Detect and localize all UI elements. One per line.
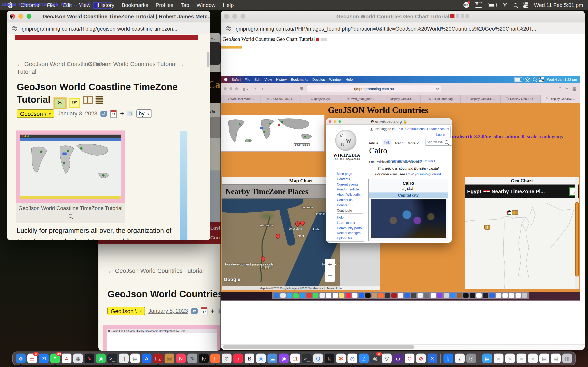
sidebar-link[interactable]: About Wikipedia — [337, 193, 361, 197]
filezilla[interactable]: Fz — [153, 354, 163, 363]
post-screenshot-thumbnail[interactable]: Safari File Edit View History Bookmarks … — [103, 325, 220, 351]
sidebar-link[interactable]: Main page — [337, 172, 361, 176]
category-select[interactable]: GeoJson \∨ — [107, 307, 145, 315]
plus-icon[interactable]: + — [211, 307, 215, 315]
wikipedia-search-input[interactable]: Search Wik — [425, 139, 452, 146]
cat-app[interactable]: ω — [393, 354, 403, 363]
window1-urlbar[interactable]: rjmprogramming.com.au/ITblog/geojson-wor… — [7, 22, 210, 35]
safari[interactable]: ◎ — [256, 354, 266, 363]
camera-app[interactable]: ◉ 2 — [370, 354, 380, 363]
category-select[interactable]: GeoJson \∨ — [17, 109, 54, 118]
minimized-window[interactable]: ≡ — [528, 354, 538, 363]
podcasts[interactable]: ◉ — [279, 354, 289, 363]
downloads-folder[interactable]: ▤ — [482, 354, 492, 363]
shuffle-icon[interactable]: ⇄ — [191, 308, 198, 314]
quicktime[interactable]: Q — [313, 354, 323, 363]
zoom-button[interactable] — [26, 14, 31, 19]
weather[interactable]: ☁ — [268, 354, 277, 363]
chrome-window-coastline-blog[interactable]: GeoJson World Coastline TimeZone Tutoria… — [7, 11, 210, 240]
login-link[interactable]: Log in — [436, 133, 445, 137]
minimized-window[interactable]: ≡ — [505, 354, 515, 363]
control-center-icon[interactable] — [523, 2, 528, 8]
folder[interactable]: ▣ — [164, 354, 174, 363]
mail[interactable]: ✉ — [39, 354, 49, 363]
prev-post-link[interactable]: ← GeoJson World Countries Tutorial — [107, 267, 204, 274]
sidebar-link[interactable]: Random article — [337, 188, 361, 192]
bluetooth[interactable]: ᛒ — [443, 354, 453, 363]
sidebar-link[interactable]: Contact us — [337, 198, 361, 202]
sidebar-link[interactable]: Learn to edit — [337, 221, 362, 225]
sidebar-link[interactable]: Upload file — [337, 236, 362, 240]
doc-icon[interactable]: ▤ — [218, 308, 221, 314]
bbedit[interactable]: B — [245, 354, 254, 363]
next-post-link[interactable]: GeoJson World Countries Tutorial → — [88, 60, 184, 68]
post-date-link[interactable]: January 3, 2023 — [58, 110, 97, 117]
intellij[interactable]: IJ — [325, 354, 334, 363]
wifi-icon[interactable] — [502, 3, 508, 7]
inner-scrollbar[interactable] — [575, 178, 578, 289]
open-book-icon[interactable] — [83, 96, 93, 104]
geo-chart-map[interactable]: ⌂ — [465, 198, 579, 289]
scissors-runners-icon[interactable]: ✂ — [53, 97, 66, 109]
inkscape[interactable]: ▽ — [382, 354, 392, 363]
wiki-vertical-scrollbar[interactable] — [450, 126, 451, 138]
zoom-in-button[interactable]: + — [328, 261, 332, 269]
zoom-image-icon[interactable] — [69, 214, 72, 218]
terminal[interactable]: >_ — [107, 354, 117, 363]
tutorial-screenshot-image[interactable] — [16, 131, 125, 203]
sidebar-link[interactable]: Donate — [337, 203, 361, 207]
flag-marker-icon[interactable] — [507, 210, 512, 215]
sidebar-link[interactable]: Recent changes — [337, 231, 362, 235]
calendar[interactable]: 4 — [62, 354, 71, 363]
sidebar-link[interactable]: Contents — [337, 177, 361, 181]
tab-more[interactable]: More ∨ — [407, 141, 419, 145]
tab-read[interactable]: Read — [395, 141, 404, 145]
terminal-2[interactable]: >_ — [302, 354, 311, 363]
tab-article[interactable]: Article — [369, 141, 378, 145]
pointing-hand-icon[interactable]: ☞ — [69, 98, 80, 108]
book-marker-icon[interactable] — [484, 225, 490, 230]
coordinates-link[interactable]: Coordinates: 30°2′40″N 31°14′9″E — [387, 159, 436, 163]
dock-icon[interactable] — [440, 354, 441, 363]
plus-icon[interactable]: + — [120, 110, 124, 117]
firefox[interactable]: F — [210, 354, 220, 363]
app-store[interactable]: A — [142, 354, 151, 363]
textedit[interactable]: ▤ — [130, 354, 140, 363]
music[interactable]: ♪ — [233, 354, 243, 363]
film-strip-icon[interactable] — [95, 96, 103, 104]
phone-mirroring[interactable]: ▯ — [119, 354, 129, 363]
minimize-button[interactable] — [18, 14, 23, 19]
chrome[interactable]: ◎ — [347, 354, 357, 363]
map-zoom-control[interactable]: + − — [325, 259, 335, 282]
slash-doc[interactable]: / — [455, 354, 465, 363]
terms-link[interactable]: Terms of Use — [327, 287, 342, 290]
wiki-horizontal-scrollbar[interactable] — [326, 241, 364, 242]
scrollbar-thumb[interactable] — [223, 345, 415, 349]
blocked-app[interactable]: ⊘ — [416, 354, 426, 363]
zoom-out-button[interactable]: − — [328, 272, 332, 280]
dock-icon[interactable] — [479, 354, 479, 363]
document-thumb[interactable]: ▤ — [551, 354, 561, 363]
finder[interactable]: ☺ — [16, 354, 26, 363]
url-text[interactable]: rjmprogramming.com.au/ITblog/geojson-wor… — [22, 25, 177, 32]
house-marker-icon[interactable]: ⌂ — [470, 250, 474, 255]
by-select[interactable]: by∨ — [136, 109, 152, 118]
menubar-clock[interactable]: Wed 11 Feb 5:01 pm — [534, 2, 583, 8]
window2-horizontal-scrollbar[interactable] — [221, 344, 585, 350]
gimp[interactable]: ✎ — [187, 354, 197, 363]
book-marker-icon[interactable] — [512, 210, 518, 215]
sidebar-link[interactable]: Community portal — [337, 226, 362, 230]
battery-icon[interactable] — [488, 3, 497, 7]
url-text[interactable]: rjmprogramming.com.au/PHP/images_found.p… — [236, 25, 536, 32]
launchpad[interactable]: ▦ — [73, 354, 83, 363]
spotlight-icon[interactable] — [514, 3, 517, 7]
window1-titlebar[interactable]: GeoJson World Coastline TimeZone Tutoria… — [7, 11, 210, 22]
doc-icon[interactable]: ▤ — [127, 111, 133, 116]
disambiguation-link[interactable]: Cairo (disambiguation) — [406, 172, 441, 176]
art-app[interactable]: ✱ — [336, 354, 346, 363]
status-app-icon[interactable] — [463, 2, 469, 8]
post-date-link[interactable]: January 5, 2023 — [148, 308, 188, 314]
calendar-today[interactable]: 11 — [290, 354, 300, 363]
inner-scrollbar-thumb[interactable] — [575, 202, 579, 276]
talk-link[interactable]: Talk — [397, 127, 403, 131]
